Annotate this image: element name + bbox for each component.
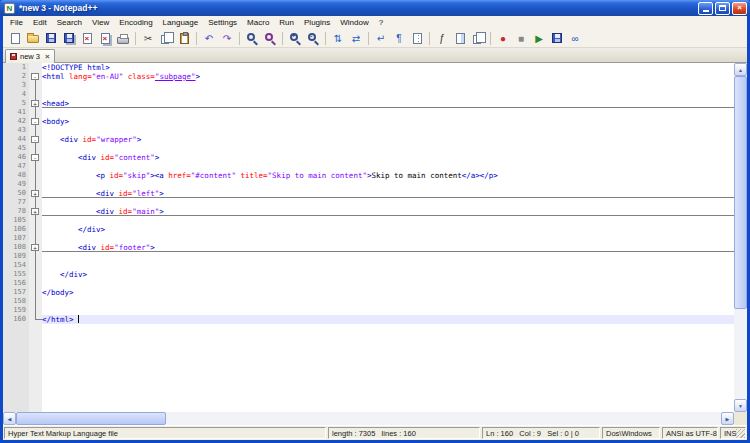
document-switcher-icon[interactable]: [469, 30, 487, 46]
code-line-49[interactable]: 49: [3, 180, 734, 189]
scroll-right-arrow-icon[interactable]: ▶: [721, 412, 734, 425]
indent-guide-icon[interactable]: [408, 30, 426, 46]
find-icon[interactable]: [243, 30, 261, 46]
code-text[interactable]: <div id="wrapper">: [42, 135, 734, 144]
code-text[interactable]: <!DOCTYPE html>: [42, 63, 734, 72]
sync-vertical-scrolling-icon[interactable]: ⇅: [329, 30, 347, 46]
code-line-45[interactable]: 45: [3, 144, 734, 153]
code-text[interactable]: [42, 90, 734, 99]
code-text[interactable]: [42, 306, 734, 315]
tab-close-icon[interactable]: ×: [45, 53, 50, 61]
horizontal-scrollbar[interactable]: ◀ ▶: [3, 412, 734, 425]
stop-recording-icon[interactable]: ■: [512, 30, 530, 46]
save-macro-icon[interactable]: [548, 30, 566, 46]
run-macro-multiple-times-icon[interactable]: ∞: [566, 30, 584, 46]
code-line-156[interactable]: 156: [3, 279, 734, 288]
vertical-scrollbar[interactable]: ▲ ▼: [734, 63, 747, 412]
code-line-77[interactable]: 77: [3, 198, 734, 207]
vertical-scroll-thumb[interactable]: [734, 76, 747, 309]
close-all-documents-icon[interactable]: [96, 30, 114, 46]
fold-toggle-icon[interactable]: +: [31, 190, 39, 197]
code-text[interactable]: <div id="left">: [42, 189, 734, 198]
code-line-43[interactable]: 43: [3, 126, 734, 135]
menu-file[interactable]: File: [5, 17, 28, 28]
code-line-160[interactable]: 160</html>: [3, 315, 734, 324]
code-line-108[interactable]: 108+<div id="footer">: [3, 243, 734, 252]
menu-plugins[interactable]: Plugins: [299, 17, 335, 28]
code-line-4[interactable]: 4: [3, 90, 734, 99]
code-text[interactable]: </div>: [42, 270, 734, 279]
code-text[interactable]: </body>: [42, 288, 734, 297]
scroll-down-arrow-icon[interactable]: ▼: [734, 399, 747, 412]
close-button[interactable]: ×: [732, 2, 747, 15]
close-document-icon[interactable]: [78, 30, 96, 46]
code-line-50[interactable]: 50+<div id="left">: [3, 189, 734, 198]
cut-icon[interactable]: ✂: [139, 30, 157, 46]
code-text[interactable]: [42, 126, 734, 135]
code-line-48[interactable]: 48<p id="skip"><a href="#content" title=…: [3, 171, 734, 180]
redo-icon[interactable]: ↷: [218, 30, 236, 46]
sync-horizontal-scrolling-icon[interactable]: ⇄: [347, 30, 365, 46]
code-text[interactable]: [42, 261, 734, 270]
code-line-42[interactable]: 42-<body>: [3, 117, 734, 126]
save-icon[interactable]: [42, 30, 60, 46]
code-line-5[interactable]: 5+<head>: [3, 99, 734, 108]
code-text[interactable]: <head>: [42, 99, 734, 108]
replace-icon[interactable]: [261, 30, 279, 46]
scroll-left-arrow-icon[interactable]: ◀: [3, 412, 16, 425]
code-line-47[interactable]: 47: [3, 162, 734, 171]
menu-help[interactable]: ?: [374, 17, 388, 28]
code-text[interactable]: <div id="footer">: [42, 243, 734, 252]
code-text[interactable]: <div id="main">: [42, 207, 734, 216]
open-file-icon[interactable]: [24, 30, 42, 46]
menu-search[interactable]: Search: [52, 17, 87, 28]
function-list-icon[interactable]: ƒ: [433, 30, 451, 46]
code-line-44[interactable]: 44-<div id="wrapper">: [3, 135, 734, 144]
menu-encoding[interactable]: Encoding: [114, 17, 157, 28]
code-line-109[interactable]: 109: [3, 252, 734, 261]
menu-run[interactable]: Run: [274, 17, 299, 28]
copy-icon[interactable]: [157, 30, 175, 46]
code-line-107[interactable]: 107: [3, 234, 734, 243]
print-icon[interactable]: [114, 30, 132, 46]
menu-macro[interactable]: Macro: [242, 17, 274, 28]
code-text[interactable]: [42, 198, 734, 207]
code-text[interactable]: [42, 180, 734, 189]
maximize-button[interactable]: [715, 2, 730, 15]
code-text[interactable]: <body>: [42, 117, 734, 126]
menu-edit[interactable]: Edit: [28, 17, 52, 28]
code-line-1[interactable]: 1<!DOCTYPE html>: [3, 63, 734, 72]
tab-new-3[interactable]: new 3 ×: [5, 49, 55, 63]
code-line-3[interactable]: 3: [3, 81, 734, 90]
code-line-158[interactable]: 158: [3, 297, 734, 306]
horizontal-scroll-thumb[interactable]: [16, 412, 166, 425]
fold-toggle-icon[interactable]: -: [31, 136, 39, 143]
new-file-icon[interactable]: [6, 30, 24, 46]
code-line-78[interactable]: 78+<div id="main">: [3, 207, 734, 216]
menu-settings[interactable]: Settings: [203, 17, 242, 28]
titlebar[interactable]: N *new 3 - Notepad++ ×: [0, 0, 750, 16]
code-text[interactable]: <html lang="en-AU" class="subpage">: [42, 72, 734, 81]
code-text[interactable]: </html>: [42, 315, 734, 324]
fold-toggle-icon[interactable]: +: [31, 208, 39, 215]
fold-toggle-icon[interactable]: -: [31, 73, 39, 80]
code-text[interactable]: <div id="content">: [42, 153, 734, 162]
code-line-46[interactable]: 46-<div id="content">: [3, 153, 734, 162]
status-insert-mode[interactable]: INS: [720, 427, 746, 439]
fold-toggle-icon[interactable]: -: [31, 154, 39, 161]
code-text[interactable]: [42, 216, 734, 225]
fold-toggle-icon[interactable]: +: [31, 100, 39, 107]
status-encoding[interactable]: ANSI as UTF-8: [662, 427, 718, 439]
fold-toggle-icon[interactable]: -: [31, 118, 39, 125]
code-text[interactable]: <p id="skip"><a href="#content" title="S…: [42, 171, 734, 180]
scroll-up-arrow-icon[interactable]: ▲: [734, 63, 747, 76]
code-text[interactable]: [42, 81, 734, 90]
play-macro-icon[interactable]: ▶: [530, 30, 548, 46]
code-text[interactable]: </div>: [42, 225, 734, 234]
code-line-106[interactable]: 106</div>: [3, 225, 734, 234]
code-text[interactable]: [42, 279, 734, 288]
menu-view[interactable]: View: [87, 17, 114, 28]
code-line-2[interactable]: 2-<html lang="en-AU" class="subpage">: [3, 72, 734, 81]
code-line-155[interactable]: 155</div>: [3, 270, 734, 279]
fold-toggle-icon[interactable]: +: [31, 244, 39, 251]
